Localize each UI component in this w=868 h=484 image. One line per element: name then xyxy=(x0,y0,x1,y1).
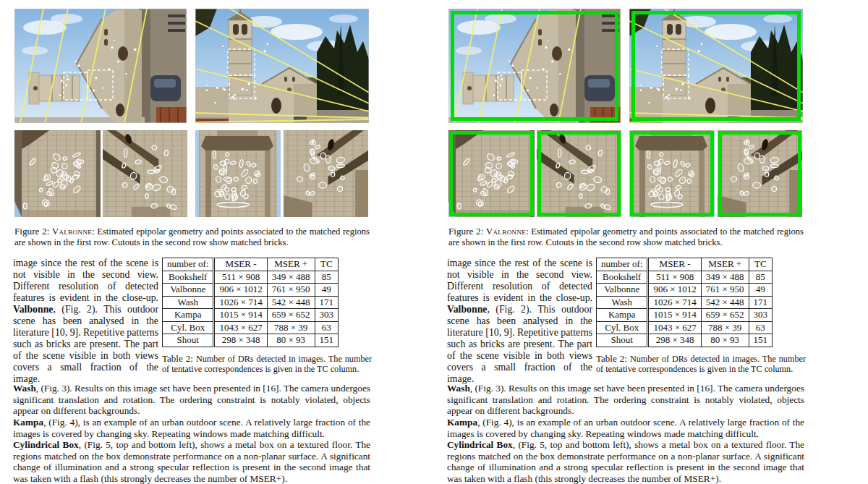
table-cell: 1015 × 914 xyxy=(648,309,701,322)
column-text-bold-valbonne: Valbonne xyxy=(13,304,53,315)
table-cell: 151 xyxy=(749,334,773,347)
figure-cutout-bricks-1 xyxy=(448,130,535,217)
table-header-cell: MSER - xyxy=(648,258,701,271)
table-caption-text: Number of DRs detected in images. The nu… xyxy=(596,354,806,374)
table-cell: 1026 × 714 xyxy=(648,296,701,309)
table-cell: Kampa xyxy=(163,309,214,322)
table-cell: 85 xyxy=(749,271,773,284)
table-cell: 761 × 950 xyxy=(701,284,749,297)
bricks-cutout-photo xyxy=(537,130,621,217)
paragraph-lead-kampa: Kampa xyxy=(13,417,43,428)
table-cell: 63 xyxy=(749,321,773,334)
table-cell: 1043 × 627 xyxy=(214,321,267,334)
figure-image-church-upright xyxy=(629,9,803,123)
bricks-cutout-photo xyxy=(195,130,281,217)
figure-cutout-bricks-2 xyxy=(537,130,621,217)
table-cell: 906 × 1012 xyxy=(648,284,701,297)
table-cell: 49 xyxy=(315,284,339,297)
paragraph-cylindrical-box: Cylindrical Box, (Fig. 5, top and bottom… xyxy=(447,439,804,484)
table-cell: 63 xyxy=(315,321,339,334)
table-cell: 511 × 908 xyxy=(214,271,267,284)
table-header-cell: TC xyxy=(749,258,773,271)
table-header-cell: MSER + xyxy=(267,258,315,271)
figure-caption-label: Figure 2: xyxy=(448,226,483,237)
table-cell: 303 xyxy=(749,309,773,322)
table-cell: Cyl. Box xyxy=(597,321,648,334)
body-column-text: image since the rest of the scene is not… xyxy=(447,258,592,384)
table-cell: 788 × 39 xyxy=(701,321,749,334)
paper-page-original: Figure 2: Valbonne: Estimated epipolar g… xyxy=(0,0,434,484)
table-cell: Bookshelf xyxy=(597,271,648,284)
figure-cutout-bricks-3 xyxy=(195,130,281,217)
table-caption-label: Table 2: xyxy=(162,353,193,364)
paragraph-cylindrical-box: Cylindrical Box, (Fig. 5, top and bottom… xyxy=(13,439,370,484)
table-caption: Table 2: Number of DRs detected in image… xyxy=(162,354,372,375)
figure-caption-scene-name: Valbonne xyxy=(486,226,526,237)
table-caption: Table 2: Number of DRs detected in image… xyxy=(596,354,806,375)
table-cell: 151 xyxy=(315,334,339,347)
table-header-cell: number of: xyxy=(163,258,214,271)
table-row: Wash1026 × 714542 × 448171 xyxy=(597,296,773,309)
table-cell: 761 × 950 xyxy=(267,284,315,297)
table-cell: 906 × 1012 xyxy=(214,284,267,297)
table-cell: 349 × 488 xyxy=(701,271,749,284)
table-cell: 349 × 488 xyxy=(267,271,315,284)
figure-image-church-rotated xyxy=(14,9,187,123)
bricks-cutout-photo xyxy=(448,130,535,217)
table-cell: 80 × 93 xyxy=(267,334,315,347)
table-header-cell: MSER + xyxy=(701,258,749,271)
paragraph-text-kampa: , (Fig. 4), is an example of an urban ou… xyxy=(13,417,370,439)
bricks-cutout-photo xyxy=(14,130,101,217)
table-row: Kampa1015 × 914659 × 652303 xyxy=(163,309,339,322)
figure-caption: Figure 2: Valbonne: Estimated epipolar g… xyxy=(448,226,804,247)
paragraph-lead-wash: Wash xyxy=(13,383,36,394)
paragraph-kampa: Kampa, (Fig. 4), is an example of an urb… xyxy=(13,417,370,439)
table-cell: 788 × 39 xyxy=(267,321,315,334)
table-2-block: number of:MSER -MSER +TCBookshelf511 × 9… xyxy=(162,258,372,374)
church-upright-photo xyxy=(629,9,803,123)
figure-2-valbonne xyxy=(0,0,434,221)
paragraph-text-wash: , (Fig. 3). Results on this image set ha… xyxy=(447,383,804,416)
body-column-text: image since the rest of the scene is not… xyxy=(13,258,158,384)
table-cell: 171 xyxy=(749,296,773,309)
paragraph-lead-wash: Wash xyxy=(447,383,470,394)
table-header-cell: TC xyxy=(315,258,339,271)
paragraph-text-kampa: , (Fig. 4), is an example of an urban ou… xyxy=(447,417,804,439)
bricks-cutout-photo xyxy=(284,130,368,217)
table-cell: 659 × 652 xyxy=(701,309,749,322)
figure-image-church-upright xyxy=(195,9,369,123)
paragraph-lead-cylbox: Cylindrical Box xyxy=(13,439,79,450)
figure-cutout-bricks-2 xyxy=(103,130,187,217)
table-cell: 1043 × 627 xyxy=(648,321,701,334)
table-header-cell: MSER - xyxy=(214,258,267,271)
column-text-pre: image since the rest of the scene is not… xyxy=(13,258,158,303)
table-cell: 542 × 448 xyxy=(701,296,749,309)
table-row: Bookshelf511 × 908349 × 48885 xyxy=(597,271,773,284)
figure-cutout-bricks-4 xyxy=(718,130,802,217)
table-cell: 49 xyxy=(749,284,773,297)
figure-caption: Figure 2: Valbonne: Estimated epipolar g… xyxy=(14,226,370,247)
table-cell: Valbonne xyxy=(597,284,648,297)
paragraph-text-wash: , (Fig. 3). Results on this image set ha… xyxy=(13,383,370,416)
table-row: Cyl. Box1043 × 627788 × 3963 xyxy=(597,321,773,334)
figure-cutout-bricks-3 xyxy=(629,130,715,217)
table-cell: Cyl. Box xyxy=(163,321,214,334)
church-upright-photo xyxy=(195,9,369,123)
paragraph-lead-kampa: Kampa xyxy=(447,417,477,428)
table-row: Bookshelf511 × 908349 × 48885 xyxy=(163,271,339,284)
paragraph-wash: Wash, (Fig. 3). Results on this image se… xyxy=(13,383,370,417)
column-text-bold-valbonne: Valbonne xyxy=(447,304,487,315)
body-paragraphs: Wash, (Fig. 3). Results on this image se… xyxy=(447,383,804,484)
table-row: Valbonne906 × 1012761 × 95049 xyxy=(597,284,773,297)
table-row: Valbonne906 × 1012761 × 95049 xyxy=(163,284,339,297)
bricks-cutout-photo xyxy=(629,130,715,217)
table-cell: 1026 × 714 xyxy=(214,296,267,309)
figure-2-valbonne xyxy=(434,0,868,221)
table-row: Cyl. Box1043 × 627788 × 3963 xyxy=(163,321,339,334)
table-2-detected-regions: number of:MSER -MSER +TCBookshelf511 × 9… xyxy=(162,258,339,347)
figure-caption-scene-name: Valbonne xyxy=(52,226,92,237)
church-rotated-photo xyxy=(14,9,187,123)
table-cell: Kampa xyxy=(597,309,648,322)
table-cell: 171 xyxy=(315,296,339,309)
bricks-cutout-photo xyxy=(103,130,187,217)
